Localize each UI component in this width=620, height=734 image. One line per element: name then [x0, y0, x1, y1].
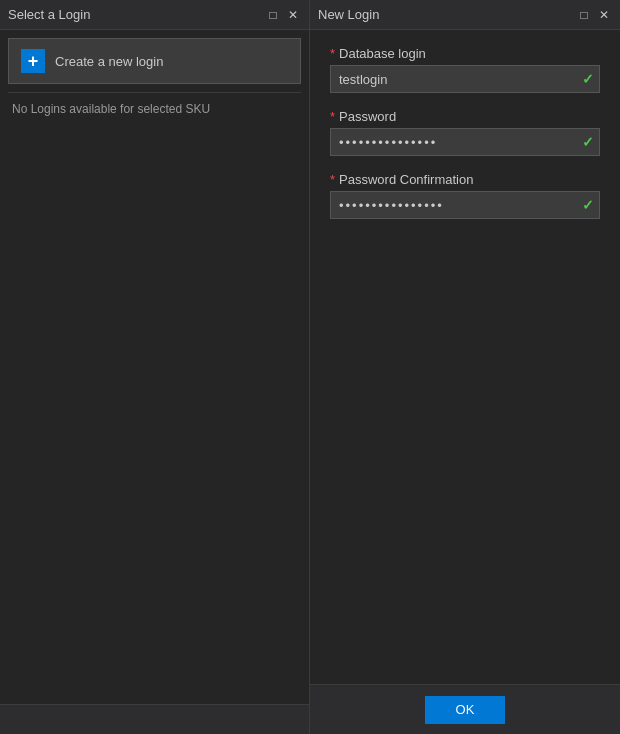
right-panel-title: New Login	[318, 7, 379, 22]
create-login-label: Create a new login	[55, 54, 163, 69]
ok-button[interactable]: OK	[425, 696, 505, 724]
divider	[8, 92, 301, 93]
plus-icon: +	[21, 49, 45, 73]
password-label: Password	[339, 109, 396, 124]
left-titlebar-icons: □ ✕	[265, 7, 301, 23]
password-confirmation-check-icon: ✓	[582, 197, 594, 213]
database-login-label: Database login	[339, 46, 426, 61]
password-required-star: *	[330, 109, 335, 124]
database-login-required-star: *	[330, 46, 335, 61]
right-titlebar: New Login □ ✕	[310, 0, 620, 30]
password-confirmation-input[interactable]	[330, 191, 600, 219]
left-panel: Select a Login □ ✕ + Create a new login …	[0, 0, 310, 734]
left-close-icon[interactable]: ✕	[285, 7, 301, 23]
right-panel-footer: OK	[310, 684, 620, 734]
database-login-input-wrapper: ✓	[330, 65, 600, 93]
left-panel-footer	[0, 704, 309, 734]
database-login-group: * Database login ✓	[330, 46, 600, 93]
left-maximize-icon[interactable]: □	[265, 7, 281, 23]
password-group: * Password ✓	[330, 109, 600, 156]
password-confirmation-label-row: * Password Confirmation	[330, 172, 600, 187]
left-panel-title: Select a Login	[8, 7, 90, 22]
password-confirmation-group: * Password Confirmation ✓	[330, 172, 600, 219]
create-new-login-button[interactable]: + Create a new login	[8, 38, 301, 84]
right-titlebar-icons: □ ✕	[576, 7, 612, 23]
password-label-row: * Password	[330, 109, 600, 124]
right-maximize-icon[interactable]: □	[576, 7, 592, 23]
right-panel-content: * Database login ✓ * Password ✓	[310, 30, 620, 684]
password-input[interactable]	[330, 128, 600, 156]
main-container: Select a Login □ ✕ + Create a new login …	[0, 0, 620, 734]
password-confirmation-required-star: *	[330, 172, 335, 187]
database-login-input[interactable]	[330, 65, 600, 93]
password-confirmation-input-wrapper: ✓	[330, 191, 600, 219]
password-confirmation-label: Password Confirmation	[339, 172, 473, 187]
database-login-label-row: * Database login	[330, 46, 600, 61]
left-panel-content: + Create a new login No Logins available…	[0, 30, 309, 704]
left-titlebar: Select a Login □ ✕	[0, 0, 309, 30]
password-check-icon: ✓	[582, 134, 594, 150]
right-panel: New Login □ ✕ * Database login ✓	[310, 0, 620, 734]
password-input-wrapper: ✓	[330, 128, 600, 156]
database-login-check-icon: ✓	[582, 71, 594, 87]
no-logins-text: No Logins available for selected SKU	[8, 98, 214, 120]
right-close-icon[interactable]: ✕	[596, 7, 612, 23]
